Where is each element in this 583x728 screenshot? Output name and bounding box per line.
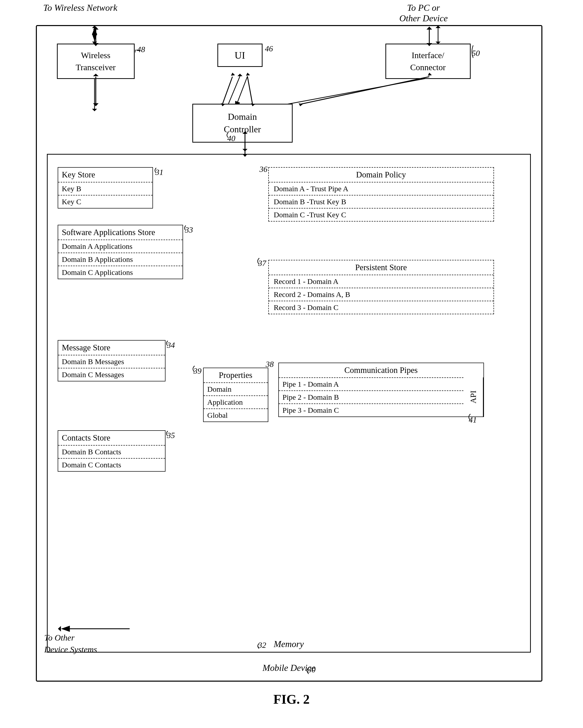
api-label-box: API [463, 378, 483, 416]
ui-box: UI [218, 44, 262, 67]
domain-b-messages: Domain B Messages [58, 355, 165, 368]
memory-label: Memory [48, 639, 530, 649]
domain-a-trust: Domain A - Trust Pipe A [269, 182, 493, 195]
interface-connector-box: Interface/Connector [385, 44, 471, 79]
svg-line-38 [222, 77, 232, 104]
record-2: Record 2 - Domains A, B [269, 288, 493, 301]
ref-38: 38 [266, 360, 274, 369]
interface-connector-label: Interface/Connector [386, 44, 470, 78]
bracket-37 [255, 257, 262, 266]
bracket-31 [152, 167, 159, 174]
key-store-box: Key Store Key B Key C [58, 167, 153, 208]
comm-pipes-box: Communication Pipes Pipe 1 - Domain A Pi… [278, 363, 484, 417]
memory-region-box: Memory 32 Key Store Key B Key C 31 Softw… [47, 154, 531, 653]
svg-marker-30 [93, 27, 99, 30]
bracket-35 [164, 430, 170, 437]
ui-label: UI [218, 44, 262, 66]
properties-title: Properties [204, 368, 268, 383]
bracket-34 [164, 340, 170, 347]
message-store-box: Message Store Domain B Messages Domain C… [58, 340, 166, 382]
domain-a-apps: Domain A Applications [58, 240, 182, 253]
svg-marker-42 [246, 73, 250, 76]
wireless-transceiver-label: WirelessTransceiver [58, 44, 134, 78]
svg-marker-46 [299, 103, 303, 106]
domain-controller-label: DomainController [193, 104, 292, 142]
pipe-3: Pipe 3 - Domain C [279, 404, 463, 416]
domain-c-apps: Domain C Applications [58, 266, 182, 279]
bracket-33 [182, 224, 188, 232]
svg-marker-6 [92, 26, 97, 28]
persistent-store-title: Persistent Store [269, 260, 493, 275]
bracket-40 [224, 131, 231, 139]
wireless-network-label: To Wireless Network [43, 2, 117, 13]
application-item: Application [204, 395, 268, 409]
svg-marker-23 [243, 149, 248, 151]
software-apps-title: Software Applications Store [58, 225, 182, 240]
comm-pipes-title: Communication Pipes [279, 363, 483, 378]
record-3: Record 3 - Domain C [269, 301, 493, 314]
key-b-item: Key B [58, 182, 152, 195]
bracket-30 [304, 666, 311, 675]
domain-item: Domain [204, 383, 268, 395]
persistent-store-box: Persistent Store Record 1 - Domain A Rec… [268, 260, 494, 314]
domain-policy-title: Domain Policy [269, 168, 493, 182]
svg-marker-17 [237, 74, 243, 76]
ref-46: 46 [265, 44, 273, 53]
bracket-50 [470, 44, 477, 59]
domain-b-contacts: Domain B Contacts [58, 445, 165, 458]
svg-line-44 [300, 77, 429, 104]
figure-label: FIG. 2 [28, 692, 555, 707]
properties-box: Properties Domain Application Global [203, 368, 268, 422]
domain-b-trust: Domain B -Trust Key B [269, 195, 493, 208]
domain-c-contacts: Domain C Contacts [58, 458, 165, 471]
bracket-39 [190, 365, 197, 373]
contacts-store-box: Contacts Store Domain B Contacts Domain … [58, 430, 166, 472]
other-systems-label: To OtherDevice Systems [44, 632, 97, 656]
domain-policy-box: Domain Policy Domain A - Trust Pipe A Do… [268, 167, 494, 222]
mobile-device-label: Mobile Device [37, 662, 541, 673]
global-item: Global [204, 409, 268, 421]
svg-line-16 [227, 76, 240, 106]
pc-device-label: To PC orOther Device [400, 2, 448, 24]
bracket-48: ⌐ [135, 44, 141, 56]
key-store-title: Key Store [58, 168, 152, 182]
contacts-store-title: Contacts Store [58, 431, 165, 445]
svg-marker-33 [427, 27, 432, 30]
svg-marker-9 [435, 26, 440, 28]
svg-marker-37 [93, 103, 99, 106]
record-1: Record 1 - Domain A [269, 275, 493, 288]
domain-controller-box: DomainController [192, 104, 293, 142]
pipe-1: Pipe 1 - Domain A [279, 378, 463, 390]
svg-marker-13 [92, 109, 97, 111]
domain-c-messages: Domain C Messages [58, 368, 165, 381]
key-c-item: Key C [58, 195, 152, 208]
message-store-title: Message Store [58, 341, 165, 355]
bracket-41 [466, 413, 473, 421]
wireless-transceiver-box: WirelessTransceiver [57, 44, 135, 79]
pipe-2: Pipe 2 - Domain B [279, 390, 463, 404]
svg-line-41 [248, 77, 253, 104]
domain-c-trust: Domain C -Trust Key C [269, 208, 493, 221]
bracket-32 [255, 642, 261, 650]
domain-b-apps: Domain B Applications [58, 253, 182, 266]
ref-36: 36 [259, 165, 268, 174]
svg-marker-40 [231, 73, 235, 76]
software-apps-box: Software Applications Store Domain A App… [58, 225, 183, 279]
mobile-device-box: WirelessTransceiver 48 ⌐ UI 46 Interface… [36, 25, 542, 682]
